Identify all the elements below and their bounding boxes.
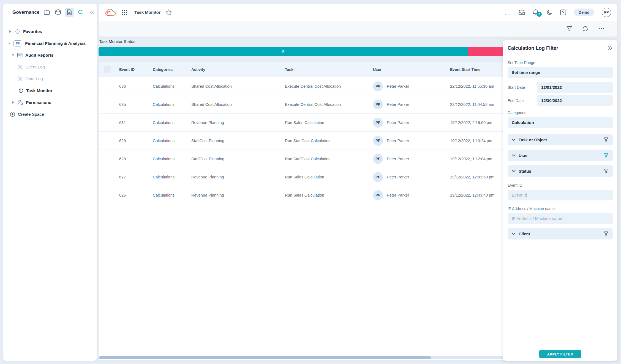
reports-view-button[interactable] — [65, 8, 74, 17]
notifications-button[interactable]: 0 — [533, 9, 539, 16]
chevron-down-icon — [512, 154, 516, 157]
cell-categories: Calculations — [153, 157, 191, 161]
app-grid-icon[interactable] — [122, 10, 127, 15]
user-avatar: PP — [373, 172, 383, 182]
sidebar-header: Governance — [3, 4, 97, 21]
cell-task: Execute Central Cost Allocation — [285, 102, 373, 107]
chevron-down-icon — [512, 139, 516, 141]
caret-down-icon — [8, 42, 11, 45]
sidebar-item-data-log[interactable]: Data Log — [3, 73, 97, 85]
start-date-input[interactable] — [537, 82, 613, 93]
fullscreen-icon[interactable] — [505, 9, 511, 15]
user-name: Peter Parker — [387, 139, 409, 143]
section-filter-icon[interactable] — [604, 137, 609, 142]
end-date-input[interactable] — [537, 95, 613, 106]
cell-user: PPPeter Parker — [373, 154, 450, 164]
cell-activity: Shared Cost Allocation — [191, 84, 285, 89]
filter-icon[interactable] — [566, 26, 572, 32]
cell-event-id: 628 — [119, 157, 153, 161]
star-icon — [15, 29, 20, 34]
sidebar-item-favorites[interactable]: Favorites — [3, 26, 97, 37]
models-view-button[interactable] — [53, 8, 63, 17]
user-avatar: PP — [373, 190, 383, 200]
sidebar-item-audit-reports[interactable]: Audit Reports — [3, 49, 97, 61]
collapse-sidebar-button[interactable] — [87, 8, 97, 17]
folders-view-button[interactable] — [42, 8, 51, 17]
horizontal-scrollbar-thumb[interactable] — [99, 356, 431, 359]
section-user[interactable]: User — [508, 150, 613, 161]
cell-event-id: 631 — [119, 120, 153, 125]
sidebar-item-task-monitor[interactable]: Task Monitor — [3, 85, 97, 96]
cell-activity: Shared Cost Allocation — [191, 102, 285, 107]
search-icon — [78, 9, 84, 15]
sidebar-item-event-log[interactable]: Event Log — [3, 61, 97, 73]
section-filter-icon[interactable] — [604, 231, 609, 236]
tools-icon — [18, 76, 23, 81]
column-header-user[interactable]: User — [373, 67, 450, 72]
column-header-activity[interactable]: Activity — [191, 67, 285, 72]
ip-address-input[interactable] — [508, 213, 613, 224]
user-name: Peter Parker — [387, 175, 409, 179]
cell-activity: Revenue Planning — [191, 120, 285, 125]
collapse-panel-icon[interactable] — [608, 46, 613, 51]
cell-task: Run Sales Calculation — [285, 193, 373, 197]
cell-event-id: 629 — [119, 139, 153, 143]
section-task-or-object[interactable]: Task or Object — [508, 134, 613, 145]
cell-event-id: 636 — [119, 84, 153, 89]
report-file-icon — [67, 9, 72, 15]
refresh-icon[interactable] — [582, 26, 589, 32]
cell-categories: Calculations — [153, 102, 191, 107]
sidebar-item-create-space[interactable]: Create Space — [3, 108, 97, 120]
user-avatar: PP — [373, 136, 383, 146]
select-all-checkbox[interactable] — [104, 66, 111, 73]
section-status[interactable]: Status — [508, 165, 613, 177]
column-header-event-id[interactable]: Event ID — [119, 67, 153, 72]
set-time-range-select[interactable]: Set time range — [508, 67, 613, 78]
status-bar-success-segment[interactable]: 5 — [99, 47, 468, 56]
apply-filter-button[interactable]: APPLY FILTER — [539, 350, 581, 358]
categories-input[interactable] — [508, 117, 613, 128]
more-options-icon[interactable] — [598, 28, 604, 29]
user-name: Peter Parker — [387, 193, 409, 197]
search-button[interactable] — [76, 8, 85, 17]
cell-user: PPPeter Parker — [373, 100, 450, 109]
user-avatar[interactable]: PP — [602, 8, 611, 17]
report-toolbar — [99, 21, 617, 37]
sidebar-tree: Favorites FP Financial Planning & Analys… — [3, 21, 97, 120]
cell-event-id: 627 — [119, 175, 153, 179]
dark-mode-moon-icon[interactable] — [546, 9, 552, 15]
sidebar-item-financial-planning[interactable]: FP Financial Planning & Analysis — [3, 37, 97, 49]
sidebar-item-permissions[interactable]: Permissions — [3, 96, 97, 108]
favorite-star-icon[interactable] — [165, 9, 172, 15]
cell-task: Run Sales Calculation — [285, 175, 373, 179]
user-name: Peter Parker — [387, 120, 409, 125]
user-avatar: PP — [373, 81, 383, 91]
app-screen: Governance — [0, 0, 621, 364]
categories-label: Categories — [508, 111, 613, 115]
filter-panel-title: Calculation Log Filter — [508, 45, 558, 51]
event-id-input[interactable] — [508, 190, 613, 200]
section-filter-icon[interactable] — [604, 169, 609, 173]
column-header-categories[interactable]: Categories — [153, 67, 191, 72]
inbox-icon[interactable] — [518, 9, 525, 15]
status-success-count: 5 — [282, 49, 284, 54]
user-avatar: PP — [373, 118, 383, 128]
cell-task: Execute Central Cost Allocation — [285, 84, 373, 89]
status-section-title: Task Monitor Status — [99, 39, 135, 44]
caret-right-icon — [9, 30, 11, 33]
cell-categories: Calculations — [153, 139, 191, 143]
top-bar: Task Monitor 0 — [99, 4, 617, 37]
demo-badge[interactable]: Demo — [574, 9, 594, 16]
calculation-log-filter-panel: Calculation Log Filter Set Time Range Se… — [503, 40, 617, 361]
cell-task: Run StaffCost Calculation — [285, 157, 373, 161]
cell-categories: Calculations — [153, 193, 191, 197]
caret-right-icon — [12, 101, 14, 104]
section-filter-icon[interactable] — [604, 153, 609, 158]
help-icon[interactable] — [560, 9, 566, 15]
tools-icon — [18, 65, 23, 70]
section-client[interactable]: Client — [508, 228, 613, 239]
cell-user: PPPeter Parker — [373, 136, 450, 146]
start-date-label: Start Date — [508, 85, 537, 90]
space-initials-badge: FP — [13, 40, 22, 46]
column-header-task[interactable]: Task — [285, 67, 373, 72]
